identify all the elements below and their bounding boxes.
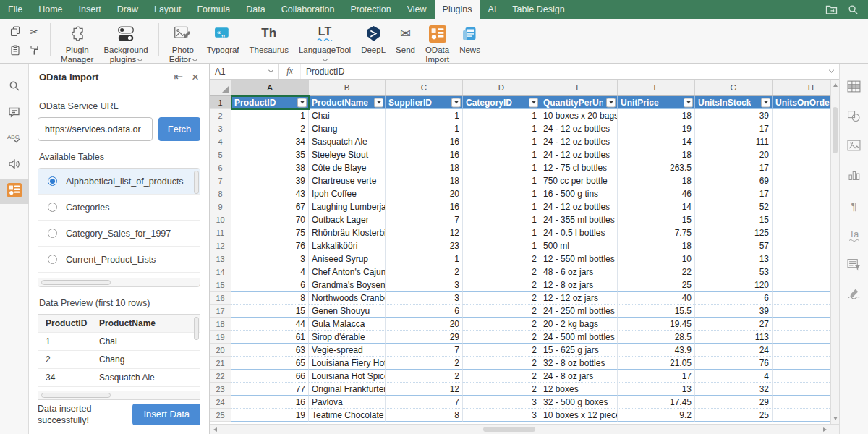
cell-F2[interactable]: 18 [618, 109, 695, 122]
cell-A3[interactable]: 2 [231, 122, 309, 135]
cell-F14[interactable]: 22 [618, 265, 695, 278]
open-location-icon[interactable] [820, 4, 842, 15]
cell-C23[interactable]: 12 [386, 383, 463, 396]
cell-F6[interactable]: 263.5 [618, 161, 695, 174]
cell-H11[interactable] [773, 226, 839, 239]
cell-H15[interactable] [773, 278, 839, 292]
cell-C5[interactable]: 16 [386, 148, 463, 161]
cell-B24[interactable]: Pavlova [309, 396, 386, 409]
cell-E13[interactable]: 12 - 550 ml bottles [540, 252, 618, 265]
tab-file[interactable]: File [0, 0, 30, 19]
tab-table-design[interactable]: Table Design [504, 0, 572, 19]
cell-D3[interactable]: 1 [463, 122, 540, 135]
cell-B17[interactable]: Genen Shouyu [309, 305, 386, 318]
tab-collaboration[interactable]: Collaboration [273, 0, 343, 19]
cell-G11[interactable]: 125 [695, 226, 773, 239]
cell-A1[interactable]: ProductID [231, 96, 309, 109]
cell-B22[interactable]: Louisiana Hot Spiced Okra [309, 370, 386, 383]
cell-F5[interactable]: 18 [618, 148, 695, 161]
cell-D12[interactable]: 1 [463, 239, 540, 252]
cell-E1[interactable]: QuantityPerUnit [540, 96, 618, 109]
tables-list-scroll-thumb[interactable] [194, 171, 199, 194]
filter-button-C[interactable] [451, 98, 461, 107]
thesaurus-button[interactable]: ThThesaurus [250, 23, 289, 56]
cell-C25[interactable]: 8 [386, 409, 463, 422]
cell-B10[interactable]: Outback Lager [309, 213, 386, 226]
rail-item-signature-settings[interactable] [840, 284, 868, 306]
cell-H14[interactable] [773, 265, 839, 278]
cell-F19[interactable]: 28.5 [618, 331, 695, 344]
tab-view[interactable]: View [399, 0, 435, 19]
cell-F8[interactable]: 46 [618, 187, 695, 200]
tab-draw[interactable]: Draw [109, 0, 146, 19]
cell-F25[interactable]: 9.2 [618, 409, 695, 422]
cell-E4[interactable]: 24 - 12 oz bottles [540, 135, 618, 148]
tab-data[interactable]: Data [238, 0, 273, 19]
row-header-24[interactable]: 24 [210, 396, 231, 409]
cell-F18[interactable]: 19.45 [618, 318, 695, 331]
cell-F17[interactable]: 15.5 [618, 305, 695, 318]
cell-C2[interactable]: 1 [386, 109, 463, 122]
cell-B18[interactable]: Gula Malacca [309, 318, 386, 331]
cell-B16[interactable]: Northwoods Cranberry Sauce [309, 292, 386, 305]
cell-B5[interactable]: Steeleye Stout [309, 148, 386, 161]
row-header-23[interactable]: 23 [210, 383, 231, 396]
row-header-13[interactable]: 13 [210, 252, 231, 265]
row-header-8[interactable]: 8 [210, 187, 231, 200]
cell-E20[interactable]: 15 - 625 g jars [540, 344, 618, 357]
scroll-down-icon[interactable] [833, 417, 838, 420]
column-header-D[interactable]: D [463, 80, 540, 95]
row-header-15[interactable]: 15 [210, 278, 231, 292]
cell-G5[interactable]: 20 [695, 148, 773, 161]
cell-H10[interactable] [773, 213, 839, 226]
tab-formula[interactable]: Formula [189, 0, 238, 19]
deepl-button[interactable]: DeepL [361, 23, 386, 56]
row-header-21[interactable]: 21 [210, 357, 231, 370]
cell-F1[interactable]: UnitPrice [618, 96, 695, 109]
tables-list-hscrollbar[interactable] [38, 278, 200, 286]
cell-E22[interactable]: 24 - 8 oz jars [540, 370, 618, 383]
row-header-1[interactable]: 1 [210, 96, 231, 109]
cell-G9[interactable]: 52 [695, 200, 773, 213]
collapse-panel-icon[interactable]: ⇤ [174, 71, 183, 83]
row-header-22[interactable]: 22 [210, 370, 231, 383]
cell-D5[interactable]: 1 [463, 148, 540, 161]
tab-insert[interactable]: Insert [71, 0, 109, 19]
cell-A12[interactable]: 76 [231, 239, 309, 252]
cell-D13[interactable]: 2 [463, 252, 540, 265]
cell-D22[interactable]: 2 [463, 370, 540, 383]
preview-hscrollbar[interactable] [38, 391, 200, 399]
row-header-4[interactable]: 4 [210, 135, 231, 148]
background-plugins-button[interactable]: Backgroundplugins [103, 23, 148, 65]
cell-F23[interactable]: 13 [618, 383, 695, 396]
cell-G19[interactable]: 113 [695, 331, 773, 344]
cell-D10[interactable]: 1 [463, 213, 540, 226]
cell-D21[interactable]: 2 [463, 357, 540, 370]
cell-B1[interactable]: ProductName [309, 96, 386, 109]
cell-A22[interactable]: 66 [231, 370, 309, 383]
cell-D17[interactable]: 2 [463, 305, 540, 318]
cell-F9[interactable]: 14 [618, 200, 695, 213]
cell-B6[interactable]: Côte de Blaye [309, 161, 386, 174]
tab-plugins[interactable]: Plugins [435, 0, 480, 19]
cell-H2[interactable] [773, 109, 839, 122]
cell-H23[interactable] [773, 383, 839, 396]
cell-G2[interactable]: 39 [695, 109, 773, 122]
cell-E18[interactable]: 20 - 2 kg bags [540, 318, 618, 331]
cell-C10[interactable]: 7 [386, 213, 463, 226]
rail-item-shape-settings[interactable] [840, 106, 868, 128]
cell-C11[interactable]: 12 [386, 226, 463, 239]
cell-B25[interactable]: Teatime Chocolate Biscuits [309, 409, 386, 422]
row-header-10[interactable]: 10 [210, 213, 231, 226]
cell-H22[interactable] [773, 370, 839, 383]
table-option-current-product-lists[interactable]: Current_Product_Lists [38, 247, 200, 273]
cell-A14[interactable]: 4 [231, 265, 309, 278]
cell-E21[interactable]: 32 - 8 oz bottles [540, 357, 618, 370]
cell-B12[interactable]: Lakkalikööri [309, 239, 386, 252]
cell-G3[interactable]: 17 [695, 122, 773, 135]
cell-A6[interactable]: 38 [231, 161, 309, 174]
cell-C22[interactable]: 2 [386, 370, 463, 383]
cell-E12[interactable]: 500 ml [540, 239, 618, 252]
rail-item-comments[interactable] [0, 101, 29, 126]
cell-E16[interactable]: 12 - 12 oz jars [540, 292, 618, 305]
